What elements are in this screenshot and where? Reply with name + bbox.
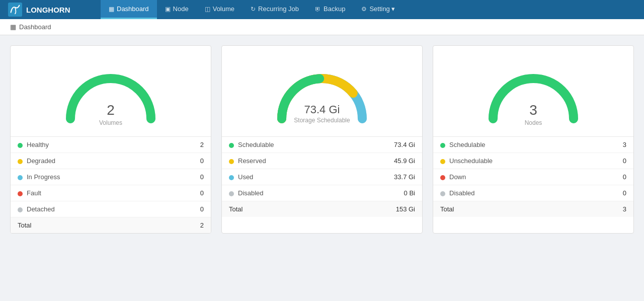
nav-items: ▦ Dashboard ▣ Node ◫ Volume ↻ Recurring … (101, 0, 403, 19)
table-row: Schedulable 3 (433, 137, 633, 153)
volumes-stats-table: Healthy 2 Degraded 0 In Progress 0 Fault… (11, 136, 211, 233)
table-row: Unschedulable 0 (433, 153, 633, 169)
dot-red-icon (440, 175, 445, 180)
main-content: 2 Volumes Healthy 2 Degraded 0 In Progre… (0, 35, 644, 244)
nodes-card: 3 Nodes Schedulable 3 Unschedulable 0 Do… (433, 45, 634, 234)
table-row: Detached 0 (11, 201, 211, 217)
breadcrumb-text: Dashboard (19, 23, 51, 31)
table-row: Reserved 45.9 Gi (222, 153, 422, 169)
storage-gauge-value: 73.4 Gi (294, 104, 350, 116)
nodes-total-row: Total 3 (433, 201, 633, 217)
dot-gray-icon (440, 191, 445, 196)
nav-item-volume[interactable]: ◫ Volume (197, 0, 243, 19)
dot-yellow-icon (440, 159, 445, 164)
volumes-card: 2 Volumes Healthy 2 Degraded 0 In Progre… (10, 45, 211, 234)
dot-yellow-icon (18, 159, 23, 164)
nav-item-backup[interactable]: ⛨ Backup (307, 0, 353, 19)
nav-item-recurring-job[interactable]: ↻ Recurring Job (243, 0, 307, 19)
table-row: Used 33.7 Gi (222, 169, 422, 185)
nav-item-setting[interactable]: ⚙ Setting ▾ (353, 0, 403, 19)
dot-red-icon (18, 191, 23, 196)
storage-card: 73.4 Gi Storage Schedulable Schedulable … (221, 45, 423, 234)
storage-stats-table: Schedulable 73.4 Gi Reserved 45.9 Gi Use… (222, 136, 422, 217)
dot-blue-icon (18, 175, 23, 180)
dot-yellow-icon (229, 159, 234, 164)
dashboard-icon: ▦ (109, 6, 114, 13)
volumes-gauge-wrapper: 2 Volumes (60, 61, 161, 131)
longhorn-logo-icon (8, 3, 22, 17)
nodes-stats-table: Schedulable 3 Unschedulable 0 Down 0 Dis… (433, 136, 633, 217)
nav-label-dashboard: Dashboard (117, 5, 149, 13)
nav-label-backup: Backup (324, 5, 345, 13)
cards-row: 2 Volumes Healthy 2 Degraded 0 In Progre… (10, 45, 634, 234)
svg-rect-0 (8, 3, 22, 17)
nodes-gauge-container: 3 Nodes (433, 51, 633, 136)
breadcrumb-icon: ▦ (10, 23, 16, 31)
storage-gauge-sublabel: Storage Schedulable (294, 117, 350, 124)
nav-item-dashboard[interactable]: ▦ Dashboard (101, 0, 157, 19)
volumes-gauge-container: 2 Volumes (11, 51, 211, 136)
table-row: Down 0 (433, 169, 633, 185)
volumes-gauge-value: 2 (99, 103, 122, 118)
nodes-gauge-value: 3 (525, 103, 542, 118)
table-row: Schedulable 73.4 Gi (222, 137, 422, 153)
nav-label-node: Node (173, 5, 189, 13)
dot-gray-icon (18, 207, 23, 212)
setting-icon: ⚙ (361, 6, 367, 13)
volumes-total-row: Total 2 (11, 217, 211, 234)
nodes-gauge-label: 3 Nodes (525, 103, 542, 126)
dot-blue-icon (229, 175, 234, 180)
nodes-gauge-wrapper: 3 Nodes (483, 61, 584, 131)
table-row: In Progress 0 (11, 169, 211, 185)
dot-green-icon (18, 143, 23, 148)
brand: LONGHORN (0, 0, 101, 19)
table-row: Disabled 0 Bi (222, 185, 422, 201)
nav-label-volume: Volume (213, 5, 234, 13)
dot-green-icon (440, 143, 445, 148)
brand-name: LONGHORN (26, 6, 70, 14)
navbar: LONGHORN ▦ Dashboard ▣ Node ◫ Volume ↻ R… (0, 0, 644, 19)
storage-gauge-wrapper: 73.4 Gi Storage Schedulable (272, 61, 372, 131)
table-row: Disabled 0 (433, 185, 633, 201)
volumes-gauge-sublabel: Volumes (99, 119, 122, 126)
storage-total-row: Total 153 Gi (222, 201, 422, 217)
volumes-gauge-label: 2 Volumes (99, 103, 122, 126)
backup-icon: ⛨ (315, 6, 321, 13)
nav-item-node[interactable]: ▣ Node (157, 0, 197, 19)
nav-label-recurring-job: Recurring Job (258, 5, 299, 13)
nav-label-setting: Setting ▾ (369, 5, 395, 13)
recurring-job-icon: ↻ (251, 6, 256, 13)
nodes-gauge-sublabel: Nodes (525, 119, 542, 126)
dot-green-icon (229, 143, 234, 148)
dot-gray-icon (229, 191, 234, 196)
table-row: Healthy 2 (11, 137, 211, 153)
table-row: Degraded 0 (11, 153, 211, 169)
storage-gauge-container: 73.4 Gi Storage Schedulable (222, 51, 422, 136)
breadcrumb: ▦ Dashboard (0, 19, 644, 35)
table-row: Fault 0 (11, 185, 211, 201)
volume-icon: ◫ (205, 6, 210, 13)
node-icon: ▣ (165, 6, 171, 13)
storage-gauge-label: 73.4 Gi Storage Schedulable (294, 104, 350, 124)
